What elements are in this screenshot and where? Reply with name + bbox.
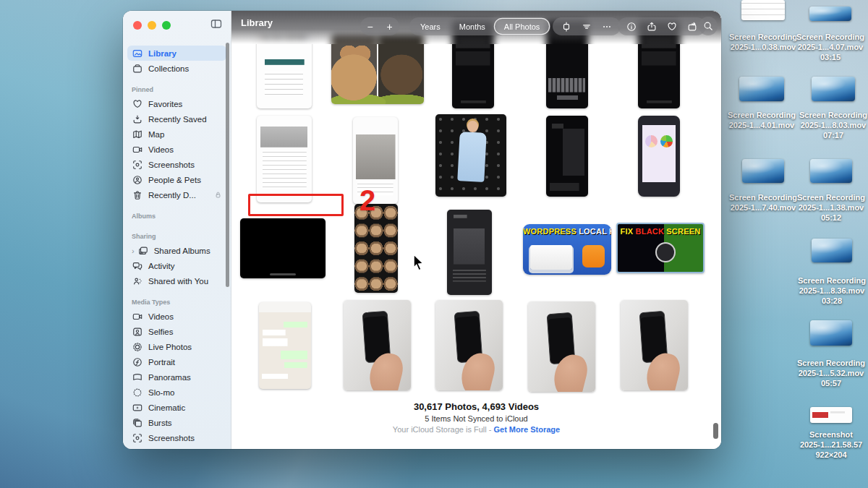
sidebar-item-live-photos[interactable]: Live Photos [127,339,226,354]
sidebar-item-label: Videos [148,145,174,154]
tab-months[interactable]: Months [450,19,495,34]
sidebar-toggle-icon[interactable] [210,18,222,33]
sidebar-item-recently-saved[interactable]: Recently Saved [127,111,226,127]
sidebar-scrollbar[interactable] [226,43,229,287]
shared-albums-icon [137,246,149,256]
photo-thumbnail[interactable] [435,300,503,390]
photo-thumbnail[interactable] [621,300,688,390]
tab-all-photos[interactable]: All Photos [495,19,550,34]
sidebar-item-map[interactable]: Map [127,127,226,142]
photo-thumbnail[interactable] [257,116,312,202]
photo-thumbnail[interactable] [638,116,680,197]
screenshot-icon [132,160,143,170]
sidebar-item-label: Recently D... [148,191,196,200]
sidebar-item-videos[interactable]: Videos [127,309,226,324]
thumbnail-title: FIX BLACK SCREEN [618,227,703,236]
video-file-thumbnail[interactable] [742,159,784,183]
photo-thumbnail[interactable] [331,34,424,104]
sidebar-item-screenshots[interactable]: Screenshots [127,430,226,445]
file-thumbnail[interactable] [741,0,785,20]
sidebar-item-people-pets[interactable]: People & Pets [127,172,226,187]
file-name-line2: 2025-1...5.32.mov [789,368,868,378]
photo-thumbnail[interactable] [259,302,311,389]
sidebar-item-favorites[interactable]: Favorites [127,96,226,111]
sidebar-item-label: Screenshots [148,434,195,442]
sidebar-section-header: Albums [127,208,226,223]
zoom-button[interactable] [162,21,171,30]
sidebar-item-videos[interactable]: Videos [127,142,226,157]
photo-thumbnail[interactable] [447,210,492,295]
sidebar-item-selfies[interactable]: Selfies [127,324,226,339]
filter-lines-icon[interactable] [582,22,592,32]
get-more-storage-link[interactable]: Get More Storage [493,425,560,434]
sidebar-item-bursts[interactable]: Bursts [127,415,226,430]
sidebar-item-library[interactable]: Library [127,46,226,61]
photo-thumbnail[interactable] [546,116,588,197]
action-icon-group [553,17,621,35]
sidebar-item-shared-with-you[interactable]: Shared with You [127,273,226,288]
sidebar-item-shared-albums[interactable]: ›Shared Albums [127,243,226,258]
file-name-label: Screen Recording2025-1...8.36.mov03:28 [790,275,868,306]
file-name-line1: Screen Recording [789,358,868,368]
content-scrollbar[interactable] [713,423,718,439]
video-icon [132,312,143,322]
photo-thumbnail[interactable] [435,114,506,197]
close-button[interactable] [133,21,142,30]
info-icon[interactable] [626,22,637,32]
photo-thumbnail[interactable]: WORDPRESS LOCAL HOST [523,224,611,275]
file-name-label: Screenshot2025-1...21.58.57922×204 [789,429,868,460]
video-file-thumbnail[interactable] [739,77,784,101]
rotate-icon[interactable] [687,22,697,32]
sidebar-item-label: Slo-mo [148,388,174,397]
zoom-in-button[interactable]: + [386,22,392,32]
tab-years[interactable]: Years [411,19,450,34]
annotation-number: 2 [359,184,375,217]
sidebar-item-slo-mo[interactable]: Slo-mo [127,385,226,400]
file-name-line1: Screen Recording [791,110,868,120]
view-segmented-control: YearsMonthsAll Photos [409,17,550,35]
search-icon [703,21,713,31]
crop-icon[interactable] [561,22,571,32]
video-file-thumbnail[interactable] [810,159,852,183]
video-file-thumbnail[interactable] [810,320,852,346]
photo-thumbnail[interactable] [240,218,326,278]
photo-thumbnail[interactable] [528,301,595,392]
thumbnail-title: WORDPRESS LOCAL HOST [523,227,611,236]
chevron-right-icon[interactable]: › [132,247,135,255]
file-name-line1: Screen Recording [789,192,868,202]
minimize-button[interactable] [148,21,156,30]
shared-with-you-icon [132,276,143,286]
sidebar-item-activity[interactable]: Activity [127,258,226,273]
heart-icon[interactable] [667,22,677,32]
file-meta: 05:12 [789,213,868,223]
sidebar-item-portrait[interactable]: Portrait [127,354,226,369]
sidebar-item-recently-d[interactable]: Recently D... [127,187,226,202]
sidebar-item-label: Bursts [148,419,172,427]
file-thumbnail[interactable] [810,407,852,423]
video-file-thumbnail[interactable] [812,77,855,101]
more-icon[interactable] [602,22,612,32]
thumbnail-title-part: LOCAL HOST [576,227,611,236]
photo-thumbnail[interactable] [344,300,411,390]
desktop: Screen Recording2025-1...0.38.movScreen … [0,0,868,488]
zoom-out-button[interactable]: − [367,22,373,32]
lock-icon [214,191,222,199]
sidebar-item-cinematic[interactable]: Cinematic [127,400,226,415]
file-name-label: Screen Recording2025-1...8.03.mov07:17 [791,110,868,140]
sidebar-item-panoramas[interactable]: Panoramas [127,369,226,385]
video-file-thumbnail[interactable] [812,239,852,262]
photo-thumbnail[interactable] [354,204,398,293]
sidebar-item-screenshots[interactable]: Screenshots [127,157,226,172]
photo-thumbnail[interactable]: FIX BLACK SCREEN [616,223,705,273]
library-icon [132,48,143,59]
video-file-thumbnail[interactable] [809,7,851,21]
sidebar: LibraryCollectionsPinnedFavoritesRecentl… [123,11,231,449]
sidebar-item-collections[interactable]: Collections [127,61,226,76]
file-meta: 07:17 [791,130,868,140]
heart-icon [132,99,143,109]
photo-count: 30,617 Photos, 4,693 Videos [231,401,721,412]
sidebar-item-label: Activity [148,262,174,270]
share-icon[interactable] [647,22,657,32]
search-button[interactable] [699,17,718,35]
sidebar-item-label: Favorites [148,100,182,108]
